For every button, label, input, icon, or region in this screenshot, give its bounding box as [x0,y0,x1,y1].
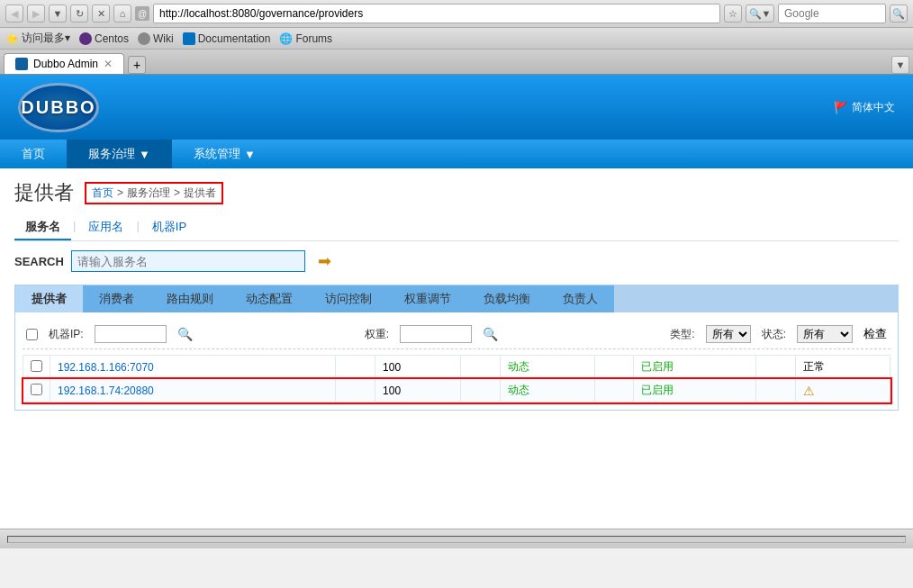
bookmark-documentation[interactable]: Documentation [183,32,271,45]
tab-title: Dubbo Admin [33,58,98,70]
back-button[interactable]: ◀ [5,5,23,23]
centos-icon [79,32,92,45]
dubbo-header: DUBBO 🚩 简体中文 [0,75,913,140]
tab-consumers[interactable]: 消费者 [83,285,150,312]
forward-button[interactable]: ▶ [27,5,45,23]
row1-empty2 [460,356,500,379]
row2-checkbox[interactable] [31,384,42,395]
stop-button[interactable]: ✕ [92,5,110,23]
weight-search-icon[interactable]: 🔍 [483,327,498,341]
home-button[interactable]: ⌂ [113,5,131,23]
row2-empty1 [336,379,375,403]
forums-icon: 🌐 [279,32,293,45]
weight-filter-input[interactable] [400,325,472,343]
tab-favicon [15,58,28,70]
nav-system[interactable]: 系统管理 ▼ [172,140,277,168]
history-button[interactable]: ▼ [49,5,67,23]
row1-type-cell: 动态 [500,356,594,379]
machine-ip-search-icon[interactable]: 🔍 [177,327,193,341]
row2-ip-link[interactable]: 192.168.1.74:20880 [58,384,154,397]
main-tab[interactable]: Dubbo Admin ✕ [4,53,124,74]
tab-providers[interactable]: 提供者 [15,285,83,312]
row2-owner-cell [756,379,796,403]
tab-dynamic-config[interactable]: 动态配置 [230,285,309,312]
wiki-icon [138,32,150,45]
bookmark-button[interactable]: ☆ [724,5,742,23]
new-tab-button[interactable]: + [128,56,146,74]
tab-routing[interactable]: 路由规则 [150,285,230,312]
nav-home[interactable]: 首页 [0,140,67,168]
row2-weight-cell: 100 [375,379,461,403]
search-button[interactable]: ➡ [312,250,338,272]
row1-weight-cell: 100 [375,356,461,379]
tab-access-control[interactable]: 访问控制 [309,285,388,312]
nav-home-label: 首页 [22,146,45,162]
row1-ip-cell: 192.168.1.166:7070 [50,356,336,379]
filter-tab-ip[interactable]: 机器IP [141,215,197,240]
dubbo-logo: DUBBO [18,83,99,132]
browser-search-input[interactable] [778,4,886,23]
row2-checkbox-cell [23,379,50,403]
tab-owner[interactable]: 负责人 [547,285,614,312]
bookmark-visited[interactable]: ⭐ 访问最多▾ [5,31,70,46]
url-bar[interactable] [153,4,720,23]
bookmark-forums[interactable]: 🌐 Forums [279,32,332,45]
weight-label: 权重: [365,327,389,342]
breadcrumb-current: 提供者 [184,185,216,201]
row1-status-cell: 已启用 [634,356,756,379]
table-row: 192.168.1.74:20880 100 动态 已启用 ⚠ [23,379,890,403]
search-engine-button[interactable]: 🔍▼ [746,5,774,23]
browser-menu-button[interactable]: ▼ [891,56,909,74]
nav-service-arrow: ▼ [139,148,150,161]
filter-tab-service[interactable]: 服务名 [14,215,71,240]
nav-bar: 首页 服务治理 ▼ 系统管理 ▼ [0,140,913,168]
tab-loadbalance[interactable]: 负载均衡 [467,285,547,312]
row1-checkbox[interactable] [31,360,42,372]
breadcrumb-sep2: > [174,186,180,199]
machine-ip-filter-input[interactable] [95,325,167,343]
bookmark-wiki[interactable]: Wiki [138,32,174,45]
nav-service[interactable]: 服务治理 ▼ [67,140,172,168]
table-wrapper: 机器IP: 🔍 权重: 🔍 类型: 所有 动态 静态 状态: 所有 已启用 [15,312,898,410]
page-content: 提供者 首页 > 服务治理 > 提供者 服务名 | 应用名 | 机器IP SEA… [0,168,913,529]
lang-label: 简体中文 [852,100,895,115]
refresh-button[interactable]: ↻ [70,5,88,23]
search-input[interactable] [71,250,305,272]
row1-owner-cell [756,356,796,379]
breadcrumb-home[interactable]: 首页 [92,185,113,201]
table-row: 192.168.1.166:7070 100 动态 已启用 正常 [23,356,890,379]
row1-empty1 [336,356,375,379]
breadcrumb-sep1: > [117,186,123,199]
browser-search-go[interactable]: 🔍 [890,5,908,23]
flag-icon: 🚩 [834,101,848,114]
breadcrumb-middle: 服务治理 [127,185,170,201]
warning-icon: ⚠ [803,384,815,398]
lang-switcher[interactable]: 🚩 简体中文 [834,100,895,115]
table-filter-row: 机器IP: 🔍 权重: 🔍 类型: 所有 动态 静态 状态: 所有 已启用 [23,320,890,349]
status-bar [0,529,913,548]
row2-health-cell: ⚠ [795,379,890,403]
data-table: 192.168.1.166:7070 100 动态 已启用 正常 [23,355,890,403]
main-table-area: 提供者 消费者 路由规则 动态配置 访问控制 权重调节 负载均衡 负责人 机器I… [14,285,899,411]
status-select[interactable]: 所有 已启用 已禁用 [797,325,853,343]
row1-checkbox-cell [23,356,50,379]
nav-service-label: 服务治理 [88,146,135,162]
filter-tabs: 服务名 | 应用名 | 机器IP [14,215,899,241]
type-select[interactable]: 所有 动态 静态 [706,325,751,343]
page-header: 提供者 首页 > 服务治理 > 提供者 [14,179,899,206]
page-title: 提供者 [14,179,74,206]
page-icon: @ [135,6,149,21]
status-label: 状态: [762,327,786,342]
row1-ip-link[interactable]: 192.168.1.166:7070 [58,361,154,374]
browser-toolbar: ◀ ▶ ▼ ↻ ✕ ⌂ @ ☆ 🔍▼ 🔍 [0,0,913,28]
row1-health-cell: 正常 [795,356,890,379]
close-tab-icon[interactable]: ✕ [104,58,113,70]
status-bar-progress [7,536,906,543]
select-all-checkbox[interactable] [26,329,38,340]
logo-text: DUBBO [21,97,95,118]
search-row: SEARCH ➡ [14,250,899,272]
filter-tab-app[interactable]: 应用名 [77,215,134,240]
tab-weight[interactable]: 权重调节 [388,285,467,312]
row2-empty2 [460,379,500,403]
bookmark-centos[interactable]: Centos [79,32,129,45]
